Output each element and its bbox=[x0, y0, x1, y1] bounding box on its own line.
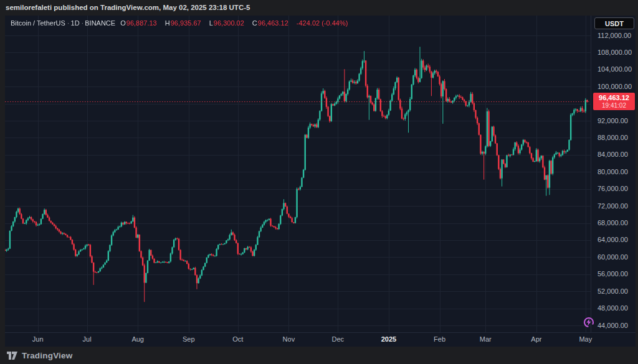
time-label: Aug bbox=[131, 335, 144, 343]
price-tick: 60,000.00 bbox=[598, 253, 628, 261]
price-tick: 76,000.00 bbox=[598, 185, 628, 192]
publish-info-text: semilorefaleti published on TradingView.… bbox=[6, 4, 250, 11]
price-tick: 80,000.00 bbox=[598, 168, 628, 175]
chart-pane[interactable]: Bitcoin / TetherUS·1D·BINANCE O96,887.13… bbox=[5, 16, 591, 332]
price-tick: 108,000.00 bbox=[598, 49, 632, 56]
time-label: Sep bbox=[183, 335, 195, 343]
last-price-value: 96,463.12 bbox=[593, 93, 635, 102]
price-tick: 72,000.00 bbox=[598, 202, 628, 210]
price-tick: 88,000.00 bbox=[598, 134, 628, 141]
tradingview-wordmark[interactable]: TradingView bbox=[22, 351, 72, 360]
price-tick: 56,000.00 bbox=[598, 270, 628, 278]
price-tick: 100,000.00 bbox=[598, 83, 632, 90]
price-tick: 48,000.00 bbox=[598, 304, 628, 312]
ohlc-open: O96,887.13 bbox=[120, 19, 160, 27]
candlestick-chart[interactable] bbox=[5, 16, 591, 332]
price-tick: 68,000.00 bbox=[598, 219, 628, 226]
time-label: Jun bbox=[32, 335, 44, 343]
ohlc-high: H96,935.67 bbox=[165, 19, 204, 27]
price-tick: 104,000.00 bbox=[598, 65, 632, 73]
ohlc-low: L96,300.02 bbox=[209, 19, 247, 27]
boost-icon[interactable] bbox=[583, 317, 594, 328]
attribution-bar: TradingView bbox=[0, 347, 638, 364]
price-tick: 64,000.00 bbox=[598, 236, 628, 243]
time-label: May bbox=[579, 335, 592, 343]
time-label: Apr bbox=[531, 335, 541, 343]
chart-widget: Bitcoin / TetherUS·1D·BINANCE O96,887.13… bbox=[5, 16, 636, 347]
tradingview-logo[interactable] bbox=[7, 352, 17, 360]
currency-toggle-button[interactable]: USDT bbox=[594, 17, 634, 29]
price-change: -424.02 (-0.44%) bbox=[297, 19, 348, 27]
time-label: 2025 bbox=[381, 335, 396, 343]
time-label: Oct bbox=[232, 335, 243, 343]
tradingview-snapshot: semilorefaleti published on TradingView.… bbox=[0, 0, 638, 364]
time-label: Nov bbox=[283, 335, 295, 343]
ohlc-close: C96,463.12 bbox=[252, 19, 292, 27]
price-tick: 52,000.00 bbox=[598, 287, 628, 295]
price-tick: 84,000.00 bbox=[598, 151, 628, 158]
chart-legend: Bitcoin / TetherUS·1D·BINANCE O96,887.13… bbox=[11, 19, 351, 27]
price-tick: 92,000.00 bbox=[598, 117, 628, 124]
time-label: Jul bbox=[83, 335, 92, 343]
bar-countdown: 19:41:02 bbox=[593, 102, 635, 110]
publish-info-bar: semilorefaleti published on TradingView.… bbox=[0, 0, 638, 16]
exchange-label: BINANCE bbox=[85, 19, 115, 27]
time-label: Dec bbox=[332, 335, 345, 343]
interval-label: 1D bbox=[71, 19, 80, 27]
time-label: Mar bbox=[480, 335, 492, 343]
time-scale[interactable]: JunJulAugSepOctNovDec2025FebMarAprMay bbox=[5, 332, 636, 347]
price-tick: 112,000.00 bbox=[598, 32, 631, 39]
symbol-title: Bitcoin / TetherUS bbox=[11, 19, 65, 27]
price-scale[interactable]: USDT 112,000.00108,000.00104,000.00100,0… bbox=[591, 16, 636, 332]
last-price-label: 96,463.12 19:41:02 bbox=[593, 93, 635, 110]
price-tick: 44,000.00 bbox=[598, 322, 628, 329]
time-label: Feb bbox=[434, 335, 445, 343]
